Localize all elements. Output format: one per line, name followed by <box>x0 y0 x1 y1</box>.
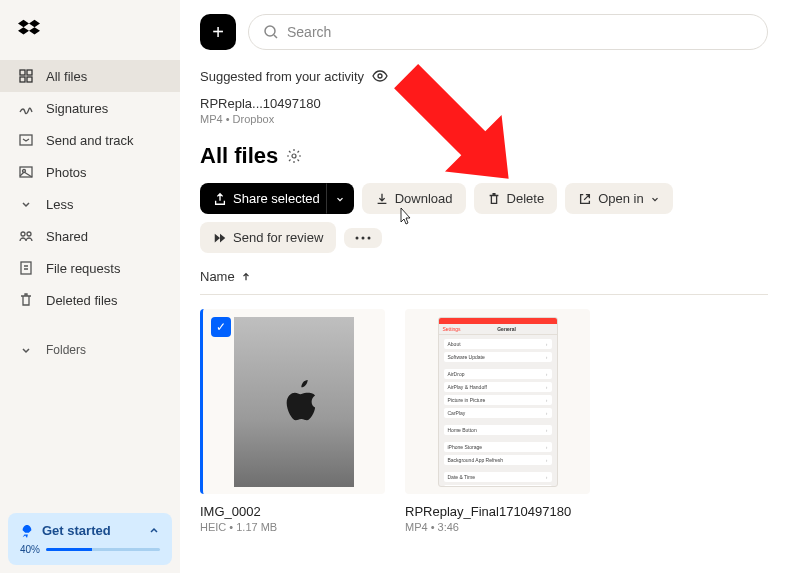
open-icon <box>578 192 592 206</box>
progress-text: 40% <box>20 544 40 555</box>
nav-shared[interactable]: Shared <box>0 220 180 252</box>
request-icon <box>18 260 34 276</box>
trash-icon <box>487 192 501 206</box>
svg-point-11 <box>378 74 382 78</box>
sort-label: Name <box>200 269 235 284</box>
nav-photos[interactable]: Photos <box>0 156 180 188</box>
progress-bar <box>46 548 160 551</box>
send-icon <box>18 132 34 148</box>
svg-point-15 <box>368 236 371 239</box>
nav-folders[interactable]: Folders <box>0 334 180 366</box>
nav-label: Deleted files <box>46 293 118 308</box>
svg-rect-4 <box>20 135 32 145</box>
svg-rect-3 <box>27 77 32 82</box>
arrow-up-icon <box>241 272 251 282</box>
svg-point-12 <box>292 154 296 158</box>
trash-icon <box>18 292 34 308</box>
nav-label: Photos <box>46 165 86 180</box>
share-selected-button[interactable]: Share selected <box>200 183 333 214</box>
download-button[interactable]: Download <box>362 183 466 214</box>
file-grid: ✓ IMG_0002 HEIC • 1.17 MB Settings Gener… <box>200 309 768 533</box>
svg-point-13 <box>356 236 359 239</box>
nav-all-files[interactable]: All files <box>0 60 180 92</box>
search-input[interactable]: Search <box>248 14 768 50</box>
get-started-card[interactable]: Get started 40% <box>8 513 172 565</box>
delete-button[interactable]: Delete <box>474 183 558 214</box>
suggested-card[interactable]: RPRepla...10497180 MP4 • Dropbox <box>200 96 768 125</box>
nav-signatures[interactable]: Signatures <box>0 92 180 124</box>
page-title: All files <box>200 143 278 169</box>
file-item[interactable]: Settings General AboutSoftware UpdateAir… <box>405 309 590 533</box>
open-in-button[interactable]: Open in <box>565 183 673 214</box>
rocket-icon <box>20 524 34 538</box>
selected-check-icon[interactable]: ✓ <box>211 317 231 337</box>
overflow-button[interactable] <box>344 228 382 248</box>
chevron-down-icon <box>18 342 34 358</box>
add-button[interactable]: + <box>200 14 236 50</box>
search-placeholder: Search <box>287 24 331 40</box>
sort-header[interactable]: Name <box>200 269 768 295</box>
send-for-review-button[interactable]: Send for review <box>200 222 336 253</box>
nav-label: File requests <box>46 261 120 276</box>
file-thumbnail[interactable]: Settings General AboutSoftware UpdateAir… <box>405 309 590 494</box>
nav-label: All files <box>46 69 87 84</box>
thumbnail-image <box>234 317 354 487</box>
main-content: + Search Suggested from your activity RP… <box>180 0 788 573</box>
nav-label: Send and track <box>46 133 133 148</box>
nav-label: Signatures <box>46 101 108 116</box>
file-thumbnail[interactable]: ✓ <box>200 309 385 494</box>
svg-rect-9 <box>21 262 31 274</box>
dropbox-logo <box>18 18 40 40</box>
thumbnail-image: Settings General AboutSoftware UpdateAir… <box>438 317 558 487</box>
photos-icon <box>18 164 34 180</box>
fast-forward-icon <box>213 231 227 245</box>
file-meta: HEIC • 1.17 MB <box>200 521 385 533</box>
files-icon <box>18 68 34 84</box>
download-icon <box>375 192 389 206</box>
chevron-down-icon <box>650 194 660 204</box>
file-name: RPReplay_Final1710497180 <box>405 504 590 519</box>
settings-rows: AboutSoftware UpdateAirDropAirPlay & Han… <box>439 335 557 487</box>
suggested-meta: MP4 • Dropbox <box>200 113 768 125</box>
suggested-heading: Suggested from your activity <box>200 68 768 84</box>
file-meta: MP4 • 3:46 <box>405 521 590 533</box>
nav-label: Folders <box>46 343 86 357</box>
svg-point-7 <box>21 232 25 236</box>
gear-icon[interactable] <box>286 148 302 164</box>
file-name: IMG_0002 <box>200 504 385 519</box>
search-icon <box>263 24 279 40</box>
ellipsis-icon <box>355 236 371 240</box>
chevron-up-icon <box>148 525 160 537</box>
signature-icon <box>18 100 34 116</box>
svg-point-8 <box>27 232 31 236</box>
chevron-down-icon <box>18 196 34 212</box>
sidebar: All files Signatures Send and track Phot… <box>0 0 180 573</box>
suggested-title: RPRepla...10497180 <box>200 96 768 111</box>
shared-icon <box>18 228 34 244</box>
action-bar: Share selected Download Delete Open in S… <box>200 183 768 253</box>
nav-less[interactable]: Less <box>0 188 180 220</box>
svg-rect-0 <box>20 70 25 75</box>
svg-point-10 <box>265 26 275 36</box>
share-icon <box>213 192 227 206</box>
svg-rect-2 <box>20 77 25 82</box>
get-started-label: Get started <box>42 523 111 538</box>
nav-deleted[interactable]: Deleted files <box>0 284 180 316</box>
share-dropdown-button[interactable] <box>326 183 354 214</box>
eye-icon[interactable] <box>372 68 388 84</box>
file-item[interactable]: ✓ IMG_0002 HEIC • 1.17 MB <box>200 309 385 533</box>
nav-label: Shared <box>46 229 88 244</box>
svg-point-14 <box>362 236 365 239</box>
svg-rect-1 <box>27 70 32 75</box>
nav-send-track[interactable]: Send and track <box>0 124 180 156</box>
nav-list: All files Signatures Send and track Phot… <box>0 60 180 366</box>
nav-file-requests[interactable]: File requests <box>0 252 180 284</box>
nav-label: Less <box>46 197 73 212</box>
topbar: + Search <box>200 14 768 50</box>
